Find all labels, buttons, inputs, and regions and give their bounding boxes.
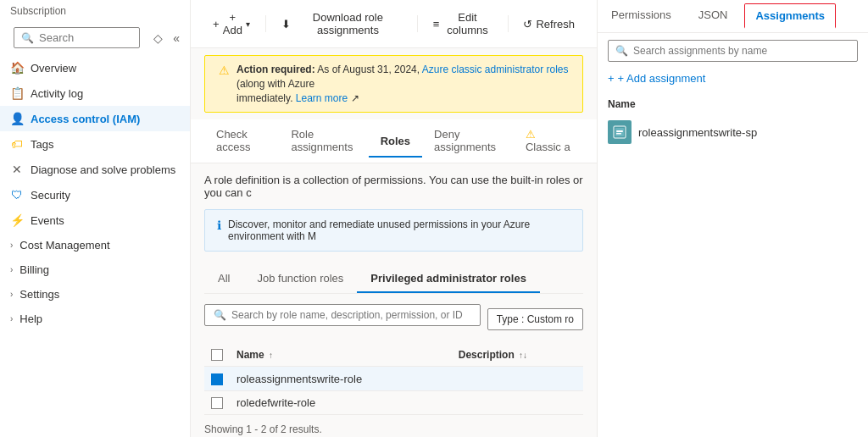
alert-text-after: (along with Azure — [236, 78, 314, 90]
row1-checkbox[interactable] — [211, 373, 223, 385]
download-button[interactable]: ⬇ Download role assignments — [273, 7, 410, 41]
iam-icon: 👤 — [10, 112, 24, 125]
toolbar-divider-3 — [508, 15, 509, 32]
toolbar-divider-2 — [417, 15, 418, 32]
tab-roles[interactable]: Roles — [369, 126, 422, 158]
table-body: roleassignmentswrite-role roledefwrite-r… — [204, 367, 583, 415]
add-button[interactable]: + + Add ▾ — [204, 7, 259, 41]
chevron-icon-billing: › — [10, 265, 13, 274]
sidebar-label-iam: Access control (IAM) — [31, 113, 140, 125]
add-label: + Add — [223, 11, 242, 36]
right-tab-assignments[interactable]: Assignments — [744, 3, 836, 29]
alert-text: Action required: As of August 31, 2024, … — [236, 63, 569, 105]
name-sort-icon[interactable]: ↑ — [269, 351, 273, 360]
sidebar-label-settings: Settings — [19, 288, 59, 301]
search-box[interactable]: 🔍 — [14, 27, 140, 48]
right-tab-permissions[interactable]: Permissions — [598, 0, 685, 32]
add-assignment-button[interactable]: + + Add assignment — [598, 69, 868, 88]
sidebar-label-help: Help — [19, 313, 42, 325]
assignment-item: roleassignmentswrite-sp — [608, 117, 858, 147]
assignment-name: roleassignmentswrite-sp — [638, 126, 757, 139]
sidebar-label-overview: Overview — [31, 62, 76, 75]
tab-role-assignments[interactable]: Role assignments — [279, 119, 368, 163]
chevron-icon: › — [10, 241, 13, 250]
sidebar-item-iam[interactable]: 👤 Access control (IAM) — [0, 106, 190, 131]
description-text: A role definition is a collection of per… — [204, 174, 583, 199]
refresh-button[interactable]: ↺ Refresh — [515, 14, 583, 35]
sub-tabs: All Job function roles Privileged admini… — [204, 265, 583, 294]
search-icon: 🔍 — [21, 32, 34, 44]
assignments-search-input[interactable] — [633, 45, 850, 57]
row1-desc-cell — [452, 367, 583, 391]
role-search-input[interactable] — [231, 309, 471, 321]
assignments-name-header: Name — [608, 95, 858, 117]
row2-checkbox[interactable] — [211, 397, 223, 409]
sidebar-item-events[interactable]: ⚡ Events — [0, 207, 190, 233]
showing-text: Showing 1 - 2 of 2 results. — [204, 423, 583, 435]
sub-tab-privileged[interactable]: Privileged administrator roles — [357, 265, 540, 293]
learn-more-arrow: ↗ — [351, 92, 359, 104]
sidebar-item-diagnose[interactable]: ✕ Diagnose and solve problems — [0, 157, 190, 182]
main-tabs: Check access Role assignments Roles Deny… — [191, 119, 597, 163]
info-box-text: Discover, monitor and remediate unused p… — [228, 218, 570, 242]
avatar-icon — [612, 124, 627, 140]
sidebar-label-security: Security — [31, 189, 70, 202]
role-search-box[interactable]: 🔍 — [204, 304, 481, 326]
sidebar-item-activity-log[interactable]: 📋 Activity log — [0, 80, 190, 106]
learn-more-link[interactable]: Learn more — [296, 92, 348, 104]
description-column-header[interactable]: Description ↑↓ — [452, 343, 583, 366]
table-row[interactable]: roledefwrite-role — [204, 390, 583, 415]
tab-deny-assignments[interactable]: Deny assignments — [422, 119, 514, 163]
assignments-list: Name roleassignmentswrite-sp — [598, 88, 868, 154]
settings-icon-btn[interactable]: ◇ — [150, 30, 166, 47]
sidebar-item-billing[interactable]: › Billing — [0, 257, 190, 282]
tab-check-access[interactable]: Check access — [204, 119, 279, 163]
name-column-header[interactable]: Name ↑ — [230, 343, 452, 366]
select-all-checkbox[interactable] — [211, 349, 223, 361]
alert-immediately: immediately. — [236, 92, 292, 104]
add-assignment-label: + Add assignment — [618, 72, 706, 85]
sidebar: Subscription 🔍 ◇ « 🏠 Overview 📋 Activity… — [0, 0, 191, 437]
sidebar-label-cost: Cost Management — [19, 239, 109, 252]
table-header-row: Name ↑ Description ↑↓ — [204, 343, 583, 366]
assignments-search-icon: 🔍 — [615, 45, 628, 57]
content-area: A role definition is a collection of per… — [191, 163, 597, 437]
chevron-icon-settings: › — [10, 290, 13, 299]
assignment-avatar — [608, 120, 632, 144]
search-input[interactable] — [39, 31, 132, 44]
role-search-icon: 🔍 — [214, 309, 226, 321]
row1-checkbox-cell — [204, 367, 230, 391]
download-label: Download role assignments — [294, 11, 402, 36]
sidebar-item-help[interactable]: › Help — [0, 307, 190, 331]
sidebar-item-security[interactable]: 🛡 Security — [0, 182, 190, 207]
events-icon: ⚡ — [10, 213, 24, 227]
refresh-label: Refresh — [536, 18, 575, 30]
toolbar-divider-1 — [265, 15, 266, 32]
sidebar-item-overview[interactable]: 🏠 Overview — [0, 55, 190, 80]
sidebar-item-tags[interactable]: 🏷 Tags — [0, 131, 190, 157]
description-sort-icon[interactable]: ↑↓ — [519, 351, 527, 360]
table-row[interactable]: roleassignmentswrite-role — [204, 367, 583, 391]
edit-columns-button[interactable]: ≡ Edit columns — [425, 7, 501, 41]
add-dropdown-icon: ▾ — [246, 19, 250, 29]
sidebar-item-settings[interactable]: › Settings — [0, 282, 190, 307]
sidebar-item-cost-management[interactable]: › Cost Management — [0, 233, 190, 257]
collapse-btn[interactable]: « — [170, 30, 183, 47]
assignments-search-box[interactable]: 🔍 — [608, 40, 858, 62]
diagnose-icon: ✕ — [10, 163, 24, 176]
right-tab-json[interactable]: JSON — [685, 0, 742, 32]
sub-tab-job-function[interactable]: Job function roles — [243, 265, 357, 293]
sidebar-label-activity: Activity log — [31, 87, 83, 100]
home-icon: 🏠 — [10, 61, 24, 75]
warning-tab-icon: ⚠ — [526, 128, 536, 141]
alert-link[interactable]: Azure classic administrator roles — [422, 64, 569, 75]
sidebar-label-billing: Billing — [19, 263, 49, 276]
tab-classic[interactable]: ⚠ Classic a — [514, 119, 583, 163]
type-filter[interactable]: Type : Custom ro — [487, 308, 583, 330]
row2-checkbox-cell — [204, 390, 230, 415]
tags-icon: 🏷 — [10, 137, 24, 151]
sub-tab-all[interactable]: All — [204, 265, 243, 293]
edit-columns-label: Edit columns — [442, 11, 492, 36]
sidebar-label-diagnose: Diagnose and solve problems — [31, 163, 175, 176]
add-assignment-icon: + — [608, 72, 615, 85]
